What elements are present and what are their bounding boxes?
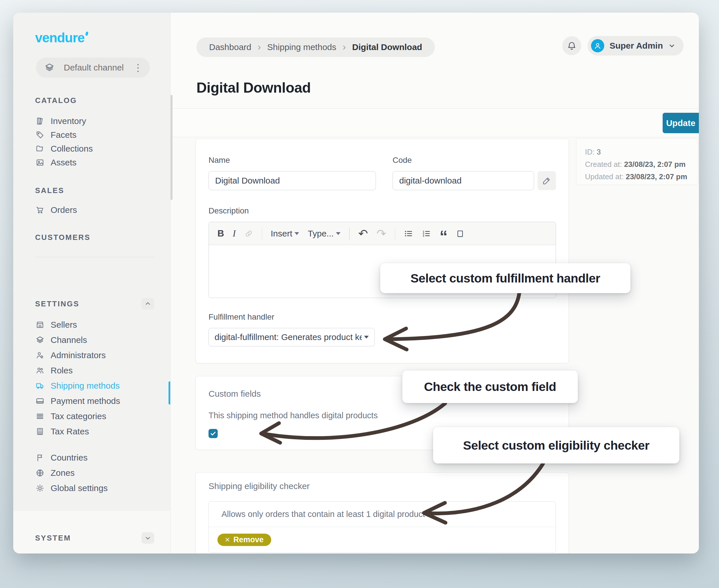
caret-down-icon — [295, 232, 299, 235]
breadcrumb-separator-icon: › — [258, 41, 261, 52]
bell-icon — [567, 41, 577, 50]
ordered-list-button[interactable] — [422, 229, 431, 238]
channel-label: Default channel — [54, 63, 133, 72]
caret-down-icon — [336, 232, 340, 235]
remove-checker-button[interactable]: × Remove — [217, 533, 271, 546]
channel-selector[interactable]: Default channel ⋮ — [36, 58, 150, 78]
sidebar-item-tax-categories[interactable]: Tax categories — [35, 408, 170, 424]
chevron-up-icon — [144, 300, 151, 307]
sidebar-item-roles[interactable]: Roles — [35, 363, 170, 378]
user-name: Super Admin — [609, 41, 663, 50]
user-menu[interactable]: Super Admin — [588, 36, 684, 56]
annotation-check-custom-field: Check the custom field — [402, 371, 578, 403]
customers-section-title: CUSTOMERS — [35, 233, 170, 242]
logo-trademark-tick — [85, 31, 88, 36]
annotation-select-eligibility-checker: Select custom eligibility checker — [433, 427, 679, 463]
created-at-value: 23/08/23, 2:07 pm — [624, 160, 685, 169]
system-section-header[interactable]: SYSTEM — [13, 511, 170, 553]
active-item-indicator — [169, 381, 170, 404]
sidebar-item-shipping-methods[interactable]: Shipping methods — [35, 378, 170, 393]
fulfillment-handler-select[interactable]: digital-fulfillment: Generates product k… — [209, 328, 375, 346]
settings-section-title: SETTINGS — [35, 299, 79, 308]
sidebar-item-zones[interactable]: Zones — [35, 465, 170, 480]
digital-products-checkbox[interactable] — [209, 429, 218, 438]
edit-code-button[interactable] — [537, 171, 556, 190]
breadcrumb-current: Digital Download — [352, 42, 422, 52]
tag-icon — [35, 130, 45, 140]
bullet-list-icon — [404, 229, 413, 238]
avatar — [591, 39, 604, 52]
sidebar-item-sellers[interactable]: Sellers — [35, 317, 170, 332]
entity-info-panel: ID: 3 Created at: 23/08/23, 2:07 pm Upda… — [576, 138, 698, 185]
bold-button[interactable]: B — [217, 228, 224, 239]
sidebar-item-administrators[interactable]: Administrators — [35, 348, 170, 363]
name-input[interactable] — [209, 171, 376, 190]
custom-field-label: This shipping method handles digital pro… — [209, 411, 556, 420]
breadcrumb-shipping-methods[interactable]: Shipping methods — [267, 42, 336, 52]
code-block-button[interactable] — [456, 230, 464, 238]
catalog-section-title: CATALOG — [35, 96, 170, 105]
screenshot-stage: vendure Default channel ⋮ CATALOG Invent… — [0, 0, 719, 588]
sidebar: vendure Default channel ⋮ CATALOG Invent… — [13, 13, 171, 553]
link-button[interactable] — [245, 229, 253, 238]
breadcrumb-dashboard[interactable]: Dashboard — [209, 42, 251, 52]
sidebar-item-tax-rates[interactable]: Tax Rates — [35, 424, 170, 439]
fulfillment-handler-label: Fulfillment handler — [209, 312, 556, 322]
eligibility-checker-box: Allows only orders that contain at least… — [209, 501, 556, 553]
sidebar-item-global-settings[interactable]: Global settings — [35, 480, 170, 496]
users-icon — [35, 365, 45, 375]
flag-icon — [35, 453, 45, 463]
undo-button[interactable]: ↶ — [358, 227, 368, 240]
annotation-select-fulfillment-handler: Select custom fulfillment handler — [380, 263, 630, 293]
user-icon — [593, 41, 602, 50]
sidebar-item-payment-methods[interactable]: Payment methods — [35, 393, 170, 408]
image-icon — [35, 158, 45, 167]
eligibility-checker-card: Shipping eligibility checker Allows only… — [195, 472, 569, 553]
updated-at-label: Updated at: — [585, 172, 623, 181]
collapse-settings-button[interactable] — [142, 298, 154, 310]
sidebar-item-countries[interactable]: Countries — [35, 450, 170, 465]
storefront-icon — [35, 320, 45, 330]
kebab-menu-icon[interactable]: ⋮ — [133, 63, 143, 72]
description-label: Description — [209, 206, 556, 215]
sidebar-item-assets[interactable]: Assets — [35, 155, 170, 169]
insert-menu-button[interactable]: Insert — [271, 229, 299, 238]
sidebar-scrollbar[interactable] — [171, 95, 173, 200]
expand-system-button[interactable] — [142, 532, 154, 544]
header-actions: Super Admin — [562, 36, 684, 56]
vendure-logo: vendure — [35, 31, 170, 44]
user-gear-icon — [35, 350, 45, 360]
sidebar-item-facets[interactable]: Facets — [35, 128, 170, 142]
globe-icon — [35, 468, 45, 478]
calculator-icon — [35, 427, 45, 436]
eligibility-checker-row: Allows only orders that contain at least… — [209, 502, 556, 527]
sidebar-item-collections[interactable]: Collections — [35, 142, 170, 155]
italic-button[interactable]: I — [233, 228, 236, 239]
truck-icon — [35, 381, 45, 391]
gear-icon — [35, 483, 45, 493]
close-icon: × — [225, 535, 230, 545]
notifications-button[interactable] — [562, 36, 581, 55]
sidebar-item-channels[interactable]: Channels — [35, 332, 170, 348]
code-input[interactable] — [393, 171, 534, 190]
eligibility-checker-actions: × Remove — [209, 527, 556, 552]
system-section-title: SYSTEM — [35, 533, 71, 543]
link-icon — [245, 229, 253, 238]
toolbar-divider — [349, 228, 350, 239]
settings-section-header[interactable]: SETTINGS — [13, 298, 170, 310]
sidebar-item-inventory[interactable]: Inventory — [35, 114, 170, 128]
eligibility-checker-value: Allows only orders that contain at least… — [221, 509, 425, 519]
type-menu-button[interactable]: Type... — [308, 229, 340, 238]
update-button[interactable]: Update — [663, 113, 699, 133]
breadcrumb-separator-icon: › — [342, 41, 346, 52]
sidebar-item-orders[interactable]: Orders — [35, 203, 170, 217]
list-icon — [35, 412, 45, 421]
name-label: Name — [209, 155, 376, 165]
folder-icon — [35, 144, 45, 154]
blockquote-button[interactable]: “ — [440, 233, 447, 239]
credit-card-icon — [35, 396, 45, 406]
eligibility-checker-title: Shipping eligibility checker — [209, 481, 556, 491]
fulfillment-handler-value: digital-fulfillment: Generates product k… — [215, 332, 362, 342]
redo-button[interactable]: ↷ — [377, 227, 386, 240]
bullet-list-button[interactable] — [404, 229, 413, 238]
